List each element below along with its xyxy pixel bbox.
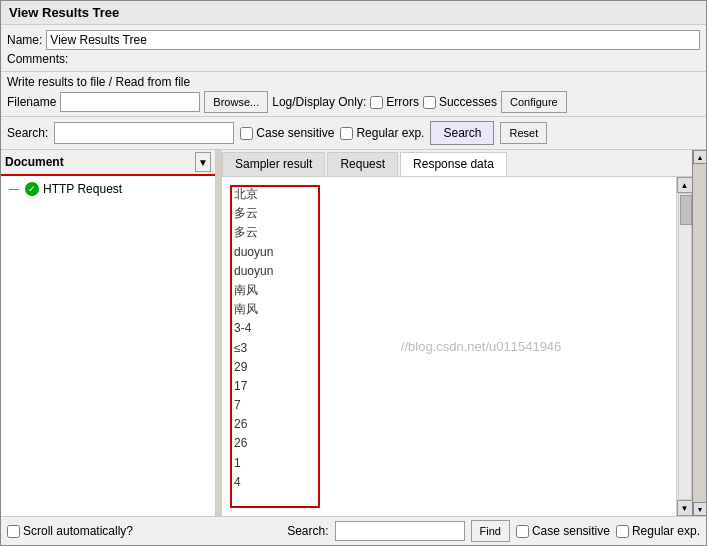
search-row: Search: Case sensitive Regular exp. Sear… bbox=[1, 117, 706, 150]
outer-scroll-down[interactable]: ▼ bbox=[693, 502, 706, 516]
scroll-up-arrow[interactable]: ▲ bbox=[677, 177, 693, 193]
window-title: View Results Tree bbox=[9, 5, 119, 20]
title-bar: View Results Tree bbox=[1, 1, 706, 25]
regex-checkbox[interactable] bbox=[340, 127, 353, 140]
bottom-regex-group: Regular exp. bbox=[616, 524, 700, 538]
bottom-bar: Scroll automatically? Search: Find Case … bbox=[1, 516, 706, 545]
response-line: 26 bbox=[234, 415, 664, 434]
comments-label: Comments: bbox=[7, 52, 68, 66]
configure-button[interactable]: Configure bbox=[501, 91, 567, 113]
filename-input[interactable] bbox=[60, 92, 200, 112]
right-scrollbar[interactable]: ▲ ▼ bbox=[676, 177, 692, 516]
bottom-search-input[interactable] bbox=[335, 521, 465, 541]
regex-label: Regular exp. bbox=[356, 126, 424, 140]
find-button[interactable]: Find bbox=[471, 520, 510, 542]
file-section: Write results to file / Read from file F… bbox=[1, 72, 706, 117]
search-label: Search: bbox=[7, 126, 48, 140]
scroll-track[interactable] bbox=[678, 193, 692, 500]
toolbar-name-row: Name: Comments: bbox=[1, 25, 706, 72]
tab-response-data[interactable]: Response data bbox=[400, 152, 507, 176]
response-line: 4 bbox=[234, 473, 664, 492]
response-line: 多云 bbox=[234, 223, 664, 242]
main-content: Document ▼ — ✓ HTTP Request Sampler resu… bbox=[1, 150, 706, 516]
response-line: duoyun bbox=[234, 262, 664, 281]
response-line: duoyun bbox=[234, 243, 664, 262]
outer-scrollbar[interactable]: ▲ ▼ bbox=[692, 150, 706, 516]
main-window: View Results Tree Name: Comments: Write … bbox=[0, 0, 707, 546]
response-line: 7 bbox=[234, 396, 664, 415]
case-sensitive-checkbox[interactable] bbox=[240, 127, 253, 140]
right-panel: Sampler result Request Response data //b… bbox=[222, 150, 692, 516]
scroll-thumb[interactable] bbox=[680, 195, 692, 225]
response-lines: 北京多云多云duoyunduoyun南风南风3-4≤329177262614 bbox=[234, 185, 664, 492]
response-line: 3-4 bbox=[234, 319, 664, 338]
name-label: Name: bbox=[7, 33, 42, 47]
http-request-label: HTTP Request bbox=[43, 182, 122, 196]
left-panel: Document ▼ — ✓ HTTP Request bbox=[1, 150, 216, 516]
response-line: 1 bbox=[234, 454, 664, 473]
bottom-regex-checkbox[interactable] bbox=[616, 525, 629, 538]
response-line: 29 bbox=[234, 358, 664, 377]
log-display-label: Log/Display Only: bbox=[272, 95, 366, 109]
success-icon: ✓ bbox=[25, 182, 39, 196]
browse-button[interactable]: Browse... bbox=[204, 91, 268, 113]
successes-label: Successes bbox=[439, 95, 497, 109]
left-panel-header: Document ▼ bbox=[1, 150, 215, 176]
search-input[interactable] bbox=[54, 122, 234, 144]
file-section-label: Write results to file / Read from file bbox=[7, 75, 190, 89]
bottom-regex-label: Regular exp. bbox=[632, 524, 700, 538]
errors-checkbox[interactable] bbox=[370, 96, 383, 109]
response-line: 南风 bbox=[234, 300, 664, 319]
scroll-down-arrow[interactable]: ▼ bbox=[677, 500, 693, 516]
tree-item-http-request[interactable]: — ✓ HTTP Request bbox=[5, 180, 211, 198]
search-button[interactable]: Search bbox=[430, 121, 494, 145]
response-area[interactable]: //blog.csdn.net/u011541946 北京多云多云duoyund… bbox=[222, 177, 676, 516]
expand-icon: — bbox=[9, 183, 21, 195]
response-line: 26 bbox=[234, 434, 664, 453]
tree-area[interactable]: — ✓ HTTP Request bbox=[1, 176, 215, 516]
response-line: 17 bbox=[234, 377, 664, 396]
reset-button[interactable]: Reset bbox=[500, 122, 547, 144]
dropdown-arrow[interactable]: ▼ bbox=[195, 152, 211, 172]
bottom-search-label: Search: bbox=[287, 524, 328, 538]
bottom-case-sensitive-group: Case sensitive bbox=[516, 524, 610, 538]
scroll-auto-group: Scroll automatically? bbox=[7, 524, 133, 538]
response-line: 南风 bbox=[234, 281, 664, 300]
case-sensitive-label: Case sensitive bbox=[256, 126, 334, 140]
response-line: ≤3 bbox=[234, 339, 664, 358]
outer-scroll-up[interactable]: ▲ bbox=[693, 150, 706, 164]
document-label: Document bbox=[5, 155, 193, 169]
scroll-auto-label: Scroll automatically? bbox=[23, 524, 133, 538]
regex-group: Regular exp. bbox=[340, 126, 424, 140]
response-line: 多云 bbox=[234, 204, 664, 223]
name-input[interactable] bbox=[46, 30, 700, 50]
response-content: //blog.csdn.net/u011541946 北京多云多云duoyund… bbox=[222, 177, 676, 516]
scroll-auto-checkbox[interactable] bbox=[7, 525, 20, 538]
successes-checkbox[interactable] bbox=[423, 96, 436, 109]
outer-scroll-track bbox=[693, 164, 706, 502]
tab-request[interactable]: Request bbox=[327, 152, 398, 176]
errors-checkbox-group: Errors bbox=[370, 95, 419, 109]
response-line: 北京 bbox=[234, 185, 664, 204]
tabs-bar: Sampler result Request Response data bbox=[222, 150, 692, 177]
tab-sampler-result[interactable]: Sampler result bbox=[222, 152, 325, 176]
successes-checkbox-group: Successes bbox=[423, 95, 497, 109]
bottom-case-sensitive-label: Case sensitive bbox=[532, 524, 610, 538]
filename-label: Filename bbox=[7, 95, 56, 109]
errors-label: Errors bbox=[386, 95, 419, 109]
bottom-case-sensitive-checkbox[interactable] bbox=[516, 525, 529, 538]
case-sensitive-group: Case sensitive bbox=[240, 126, 334, 140]
